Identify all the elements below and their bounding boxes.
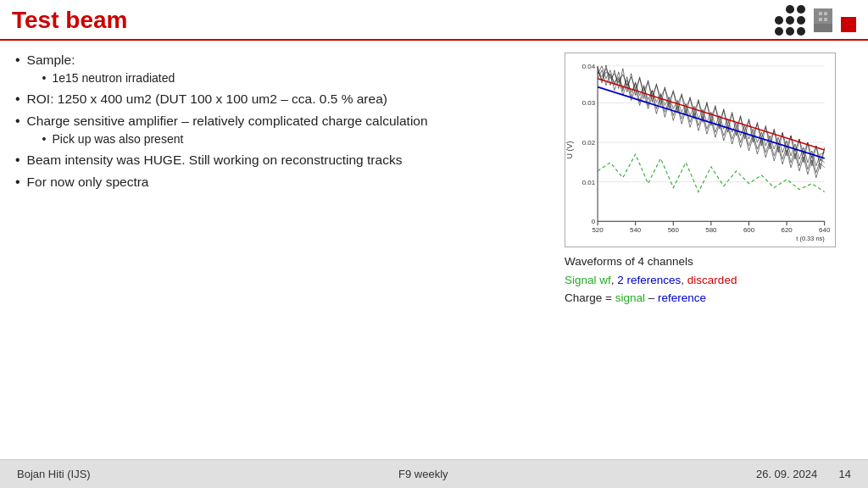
svg-rect-5 — [824, 18, 827, 21]
main-bullet-list: Sample: 1e15 neutron irradiated ROI: 125… — [15, 53, 556, 190]
footer-author: Bojan Hiti (IJS) — [17, 468, 91, 480]
svg-rect-6 — [565, 53, 834, 247]
footer-right: 26. 09. 2024 14 — [756, 468, 851, 480]
caption-charge-sep: – — [645, 291, 658, 304]
caption-line2: Signal wf, 2 references, discarded — [565, 271, 737, 290]
sub-bullet-text: Pick up was also present — [53, 132, 184, 146]
svg-text:580: 580 — [705, 226, 717, 234]
bullet-text: Charge sensitive amplifier – relatively … — [27, 114, 428, 128]
dot — [775, 27, 783, 36]
svg-text:0.02: 0.02 — [582, 139, 595, 147]
chart-svg: U (V) 0 0.01 0.02 0.03 0.04 — [565, 53, 835, 247]
logo-area — [775, 5, 856, 36]
bullet-text: Beam intensity was HUGE. Still working o… — [27, 152, 403, 168]
footer-page: 14 — [839, 468, 851, 480]
sub-bullet-text: 1e15 neutron irradiated — [53, 71, 175, 85]
caption-charge-text: Charge = — [565, 291, 615, 304]
dot — [797, 16, 805, 25]
dot — [775, 5, 783, 14]
svg-text:0.03: 0.03 — [582, 99, 596, 107]
bullet-text: For now only spectra — [27, 175, 149, 190]
footer-event: F9 weekly — [398, 468, 448, 480]
dot — [786, 27, 794, 36]
caption-line3: Charge = signal – reference — [565, 289, 737, 308]
list-item: Pick up was also present — [42, 132, 428, 146]
caption-references-label: 2 references — [617, 274, 681, 286]
list-item: Charge sensitive amplifier – relatively … — [15, 114, 556, 146]
svg-rect-3 — [824, 12, 827, 15]
logo-red-square — [841, 17, 856, 32]
list-item: ROI: 1250 x 400 um2 (DUT 100 x 100 um2 –… — [15, 92, 556, 107]
svg-text:540: 540 — [630, 226, 642, 234]
main-content: Sample: 1e15 neutron irradiated ROI: 125… — [0, 41, 868, 458]
dot — [786, 16, 794, 25]
svg-text:U (V): U (V) — [565, 141, 574, 159]
bullet-text: Sample: — [27, 53, 75, 67]
caption-charge-signal: signal — [615, 291, 645, 304]
slide-header: Test beam — [0, 0, 868, 41]
sub-bullet-list: 1e15 neutron irradiated — [42, 71, 175, 85]
list-item: For now only spectra — [15, 175, 556, 190]
caption-discarded-label: discarded — [687, 274, 737, 286]
waveform-chart: U (V) 0 0.01 0.02 0.03 0.04 — [565, 53, 836, 247]
svg-text:t (0.33 ns): t (0.33 ns) — [796, 235, 825, 242]
svg-text:0: 0 — [592, 218, 596, 225]
chart-section: U (V) 0 0.01 0.02 0.03 0.04 — [565, 49, 853, 458]
dot — [797, 27, 805, 36]
svg-text:600: 600 — [743, 226, 755, 234]
slide-footer: Bojan Hiti (IJS) F9 weekly 26. 09. 2024 … — [0, 459, 868, 488]
svg-text:640: 640 — [819, 226, 831, 234]
svg-text:520: 520 — [592, 226, 604, 234]
svg-rect-4 — [819, 18, 822, 21]
bullet-text: ROI: 1250 x 400 um2 (DUT 100 x 100 um2 –… — [27, 92, 387, 107]
caption-charge-reference: reference — [658, 291, 706, 304]
caption-sep2: , — [681, 274, 687, 286]
logo-dots — [775, 5, 805, 36]
logo-building-icon — [814, 8, 832, 32]
svg-text:0.04: 0.04 — [582, 63, 596, 70]
caption-line1: Waveforms of 4 channels — [565, 252, 737, 271]
bullet-section: Sample: 1e15 neutron irradiated ROI: 125… — [15, 49, 556, 458]
list-item: 1e15 neutron irradiated — [42, 71, 175, 85]
slide-title: Test beam — [12, 7, 127, 34]
caption-signal-label: Signal wf — [565, 274, 611, 286]
dot — [786, 5, 794, 14]
svg-text:0.01: 0.01 — [582, 179, 596, 186]
svg-text:560: 560 — [668, 226, 680, 234]
svg-rect-1 — [814, 24, 832, 32]
chart-caption: Waveforms of 4 channels Signal wf, 2 ref… — [565, 252, 737, 308]
svg-text:620: 620 — [781, 226, 793, 234]
sub-bullet-list: Pick up was also present — [42, 132, 428, 146]
list-item: Sample: 1e15 neutron irradiated — [15, 53, 556, 85]
footer-date: 26. 09. 2024 — [756, 468, 817, 480]
list-item: Beam intensity was HUGE. Still working o… — [15, 152, 556, 168]
dot — [797, 5, 805, 14]
svg-rect-2 — [819, 12, 822, 15]
dot — [775, 16, 783, 25]
